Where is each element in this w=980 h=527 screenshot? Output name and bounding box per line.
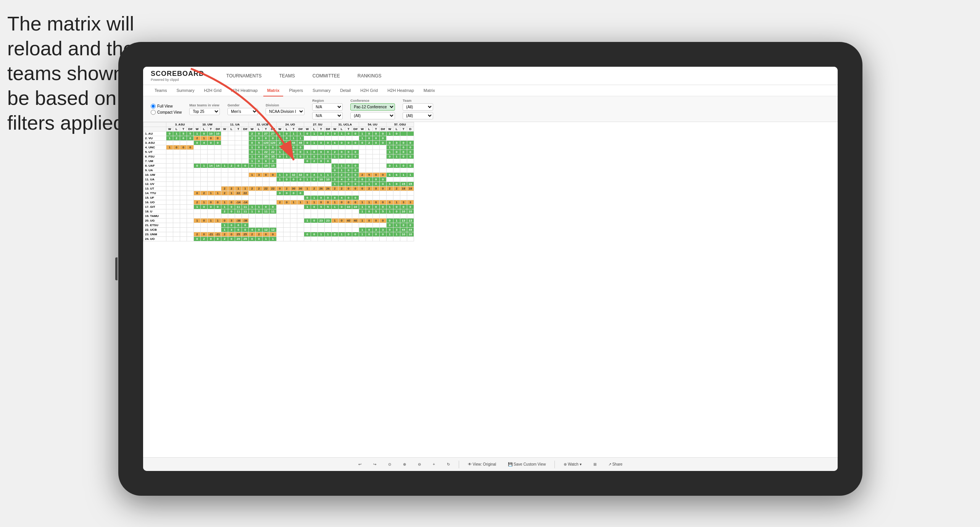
- region-select[interactable]: N/A: [312, 103, 343, 111]
- matrix-cell: [263, 214, 269, 219]
- matrix-cell: [331, 223, 338, 228]
- full-view-radio[interactable]: Full View: [151, 104, 182, 109]
- matrix-cell: 1: [359, 200, 366, 205]
- matrix-cell: 0: [318, 200, 324, 205]
- matrix-cell: [386, 159, 393, 164]
- nav-rankings[interactable]: RANKINGS: [355, 72, 385, 80]
- matrix-cell: 0: [283, 191, 290, 196]
- matrix-cell: [269, 200, 276, 205]
- matrix-cell: 1: [276, 173, 283, 177]
- table-row: 20. UG101103-38-381023231040401000011313: [143, 219, 414, 223]
- matrix-cell: [352, 223, 359, 228]
- matrix-cell: [263, 200, 269, 205]
- matrix-cell: [311, 182, 318, 186]
- matrix-content[interactable]: 3. ASU 10. UW 11. UA 22. UCB 24. UO 27. …: [143, 122, 838, 465]
- nav-bar: SCOREBOARD Powered by clippd TOURNAMENTS…: [143, 67, 838, 85]
- matrix-cell: [194, 173, 201, 177]
- matrix-cell: 3: [283, 173, 290, 177]
- matrix-cell: 0: [235, 228, 242, 232]
- matrix-cell: 3: [228, 228, 235, 232]
- sub-nav-summary[interactable]: Summary: [172, 85, 198, 96]
- matrix-cell: 1: [201, 200, 208, 205]
- nav-committee[interactable]: COMMITTEE: [309, 72, 343, 80]
- matrix-cell: 0: [290, 191, 297, 196]
- zoom-out-button[interactable]: ⊖: [415, 461, 424, 468]
- row-label: 21. ETSU: [143, 223, 166, 228]
- sub-nav-h2h-heatmap[interactable]: H2H Heatmap: [227, 85, 261, 96]
- matrix-cell: 0: [173, 145, 180, 150]
- matrix-cell: 15: [263, 164, 269, 168]
- matrix-cell: 1: [304, 186, 311, 191]
- sub-nav-h2h-heatmap2[interactable]: H2H Heatmap: [384, 85, 418, 96]
- matrix-cell: [249, 219, 256, 223]
- gender-select[interactable]: Men's: [227, 108, 258, 115]
- matrix-cell: 10: [208, 132, 214, 136]
- matrix-cell: [269, 191, 276, 196]
- matrix-cell: 2: [221, 237, 228, 241]
- matrix-cell: [366, 214, 372, 219]
- matrix-cell: [269, 223, 276, 228]
- sub-nav-players[interactable]: Players: [285, 85, 307, 96]
- conference-select2[interactable]: (All): [350, 112, 395, 119]
- matrix-cell: 26: [318, 186, 324, 191]
- save-custom-button[interactable]: 💾 Save Custom View: [505, 461, 549, 468]
- matrix-cell: [407, 214, 414, 219]
- matrix-cell: 2: [249, 186, 256, 191]
- team-select2[interactable]: (All): [403, 112, 433, 119]
- refresh-button[interactable]: ⊙: [385, 461, 394, 468]
- matrix-cell: [214, 196, 221, 200]
- sub-nav-summary2[interactable]: Summary: [309, 85, 334, 96]
- matrix-cell: 4: [338, 196, 345, 200]
- matrix-cell: 1: [297, 200, 304, 205]
- nav-teams[interactable]: TEAMS: [276, 72, 298, 80]
- matrix-cell: 0: [352, 132, 359, 136]
- table-row: 7. UM10000200: [143, 159, 414, 164]
- matrix-cell: [166, 141, 173, 145]
- matrix-cell: [180, 223, 187, 228]
- conference-label: Conference: [350, 99, 395, 103]
- conference-select[interactable]: Pac-12 Conference: [350, 103, 395, 111]
- matrix-cell: 0: [400, 223, 407, 228]
- share-button[interactable]: ↗ Share: [605, 461, 625, 468]
- view-original-button[interactable]: 👁 View: Original: [465, 461, 499, 468]
- add-button[interactable]: +: [430, 461, 438, 468]
- nav-tournaments[interactable]: TOURNAMENTS: [223, 72, 264, 80]
- uu-w: W: [359, 127, 366, 132]
- matrix-cell: [228, 182, 235, 186]
- division-select[interactable]: NCAA Division I: [266, 108, 305, 115]
- matrix-cell: 0: [297, 191, 304, 196]
- matrix-cell: [352, 228, 359, 232]
- matrix-cell: [366, 145, 372, 150]
- watch-button[interactable]: ⊛ Watch ▾: [561, 461, 585, 468]
- redo-button[interactable]: ↪: [370, 461, 379, 468]
- matrix-cell: 44: [400, 228, 407, 232]
- sub-nav-h2h-grid2[interactable]: H2H Grid: [356, 85, 382, 96]
- sub-nav-matrix2[interactable]: Matrix: [420, 85, 439, 96]
- matrix-cell: [283, 196, 290, 200]
- matrix-cell: [372, 154, 379, 159]
- undo-button[interactable]: ↩: [355, 461, 364, 468]
- matrix-cell: 1: [194, 219, 201, 223]
- matrix-cell: [331, 145, 338, 150]
- matrix-cell: [283, 168, 290, 173]
- sub-nav-matrix[interactable]: Matrix: [263, 85, 283, 96]
- osu-d: D: [407, 127, 414, 132]
- region-filter: Region N/A N/A: [312, 99, 343, 119]
- grid-button[interactable]: ⊞: [590, 461, 600, 468]
- zoom-in-button[interactable]: ⊕: [400, 461, 409, 468]
- matrix-cell: 0: [366, 136, 372, 141]
- sub-nav-detail[interactable]: Detail: [336, 85, 355, 96]
- sub-nav-teams[interactable]: Teams: [151, 85, 171, 96]
- team-select[interactable]: (All): [403, 103, 433, 111]
- region-select2[interactable]: N/A: [312, 112, 343, 119]
- matrix-cell: [201, 214, 208, 219]
- max-teams-select[interactable]: Top 25: [189, 108, 220, 115]
- matrix-cell: 1: [366, 177, 372, 182]
- matrix-cell: [338, 228, 345, 232]
- sub-nav-h2h-grid[interactable]: H2H Grid: [200, 85, 225, 96]
- matrix-cell: 0: [345, 177, 352, 182]
- table-row: 15. UF01008400: [143, 196, 414, 200]
- compact-view-radio[interactable]: Compact View: [151, 110, 182, 115]
- matrix-cell: [338, 159, 345, 164]
- reset-button[interactable]: ↻: [444, 461, 453, 468]
